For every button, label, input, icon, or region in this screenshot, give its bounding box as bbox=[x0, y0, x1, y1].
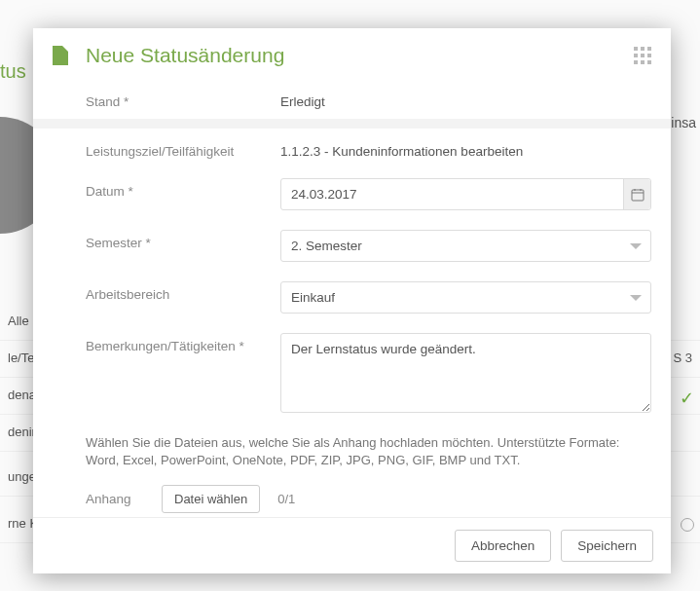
modal-body: Stand * Erledigt Leistungsziel/Teilfähig… bbox=[33, 79, 671, 517]
cancel-button[interactable]: Abbrechen bbox=[455, 530, 551, 562]
row-leistungsziel: Leistungsziel/Teilfähigkeit 1.1.2.3 - Ku… bbox=[33, 129, 671, 168]
radio-icon[interactable] bbox=[681, 518, 694, 532]
choose-file-button[interactable]: Datei wählen bbox=[162, 485, 260, 513]
label-semester: Semester * bbox=[86, 230, 280, 250]
label-bemerkungen: Bemerkungen/Tätigkeiten * bbox=[86, 333, 280, 353]
check-icon: ✓ bbox=[680, 388, 694, 409]
file-count: 0/1 bbox=[277, 492, 295, 506]
datum-input[interactable] bbox=[280, 178, 651, 210]
label-leistungsziel: Leistungsziel/Teilfähigkeit bbox=[86, 138, 280, 159]
label-arbeitsbereich: Arbeitsbereich bbox=[86, 281, 280, 302]
semester-select[interactable]: 2. Semester bbox=[280, 230, 651, 262]
status-change-modal: Neue Statusänderung Stand * Erledigt Lei… bbox=[33, 28, 671, 573]
svg-rect-0 bbox=[632, 190, 644, 201]
bemerkungen-textarea[interactable] bbox=[280, 333, 651, 413]
upload-hint: Wählen Sie die Dateien aus, welche Sie a… bbox=[33, 426, 671, 471]
modal-footer: Abbrechen Speichern bbox=[33, 517, 671, 573]
value-stand: Erledigt bbox=[280, 89, 651, 109]
row-arbeitsbereich: Arbeitsbereich Einkauf bbox=[33, 272, 671, 323]
document-icon bbox=[53, 46, 68, 65]
label-stand: Stand * bbox=[86, 89, 280, 109]
row-stand: Stand * Erledigt bbox=[33, 79, 671, 119]
arbeitsbereich-select[interactable]: Einkauf bbox=[280, 281, 651, 314]
value-leistungsziel: 1.1.2.3 - Kundeninformationen bearbeiten bbox=[280, 138, 651, 159]
row-bemerkungen: Bemerkungen/Tätigkeiten * bbox=[33, 323, 671, 426]
modal-header: Neue Statusänderung bbox=[33, 28, 671, 79]
drag-handle-icon[interactable] bbox=[634, 47, 651, 64]
modal-title: Neue Statusänderung bbox=[86, 44, 634, 67]
label-anhang: Anhang bbox=[86, 492, 144, 506]
section-divider bbox=[33, 119, 671, 129]
label-datum: Datum * bbox=[86, 178, 280, 199]
row-semester: Semester * 2. Semester bbox=[33, 220, 671, 272]
row-anhang: Anhang Datei wählen 0/1 bbox=[33, 471, 671, 517]
calendar-icon[interactable] bbox=[623, 179, 650, 209]
save-button[interactable]: Speichern bbox=[561, 530, 653, 562]
row-datum: Datum * bbox=[33, 168, 671, 220]
